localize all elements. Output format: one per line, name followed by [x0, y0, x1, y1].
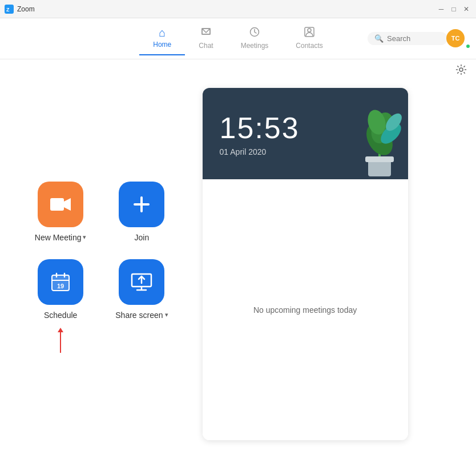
search-bar[interactable]: 🔍	[368, 32, 447, 45]
tab-chat[interactable]: Chat	[185, 22, 227, 55]
tab-meetings-label: Meetings	[241, 42, 269, 50]
new-meeting-chevron: ▾	[83, 233, 86, 241]
no-meetings-message: No upcoming meetings today	[253, 305, 357, 315]
avatar-initials: TC	[451, 35, 460, 42]
maximize-button[interactable]: □	[449, 4, 459, 14]
main-content: New Meeting ▾ Join	[0, 59, 476, 463]
new-meeting-item: New Meeting ▾	[34, 182, 87, 242]
share-screen-chevron: ▾	[165, 311, 168, 319]
join-label: Join	[135, 233, 150, 242]
svg-rect-7	[50, 198, 64, 211]
share-screen-icon	[131, 273, 152, 291]
action-grid: New Meeting ▾ Join	[34, 82, 168, 440]
svg-text:Z: Z	[6, 7, 10, 13]
title-bar-left: Z Zoom	[5, 5, 35, 14]
tab-contacts-label: Contacts	[296, 42, 322, 50]
close-button[interactable]: ✕	[461, 4, 471, 14]
clock-section: 15:53 01 April 2020	[203, 88, 408, 179]
contacts-icon	[304, 26, 315, 41]
zoom-logo-icon: Z	[5, 5, 14, 14]
app-title: Zoom	[17, 5, 35, 13]
svg-rect-21	[365, 156, 394, 162]
meetings-section: No upcoming meetings today	[203, 179, 408, 440]
red-arrow-head	[58, 328, 63, 332]
share-screen-button[interactable]	[119, 259, 164, 305]
avatar[interactable]: TC	[446, 29, 465, 47]
plus-icon	[132, 195, 151, 214]
tab-meetings[interactable]: Meetings	[227, 22, 283, 55]
schedule-item: 19 Schedule	[34, 259, 87, 353]
title-bar-controls: ─ □ ✕	[436, 4, 471, 14]
search-icon: 🔍	[374, 34, 384, 43]
nav-bar: ⌂ Home Chat Meetings	[0, 18, 476, 59]
svg-point-6	[459, 68, 463, 71]
meetings-icon	[249, 26, 260, 41]
tab-contacts[interactable]: Contacts	[282, 22, 336, 55]
settings-icon	[455, 64, 467, 75]
home-icon: ⌂	[159, 26, 166, 39]
schedule-button[interactable]: 19	[38, 259, 83, 305]
avatar-wrapper: TC	[451, 29, 470, 49]
plant-decoration	[351, 105, 408, 179]
tab-home-label: Home	[153, 41, 171, 49]
search-input[interactable]	[387, 34, 441, 43]
chat-icon	[200, 26, 212, 41]
tab-chat-label: Chat	[199, 42, 213, 50]
join-item: Join	[115, 182, 168, 242]
new-meeting-button[interactable]	[38, 182, 83, 227]
minimize-button[interactable]: ─	[436, 4, 446, 14]
share-screen-item: Share screen ▾	[115, 259, 168, 353]
share-screen-label: Share screen ▾	[115, 311, 168, 320]
online-status-badge	[465, 43, 471, 49]
svg-text:19: 19	[57, 283, 64, 289]
tab-home[interactable]: ⌂ Home	[139, 22, 185, 55]
calendar-icon: 19	[50, 271, 71, 293]
schedule-label: Schedule	[44, 311, 77, 320]
new-meeting-label: New Meeting ▾	[35, 233, 87, 242]
red-arrow-body	[60, 332, 61, 353]
camera-icon	[50, 196, 71, 212]
settings-button[interactable]	[455, 64, 467, 78]
join-button[interactable]	[119, 182, 164, 227]
svg-point-4	[308, 29, 311, 32]
right-panel: 15:53 01 April 2020 No upcoming meetings…	[203, 88, 408, 440]
title-bar: Z Zoom ─ □ ✕	[0, 0, 476, 18]
